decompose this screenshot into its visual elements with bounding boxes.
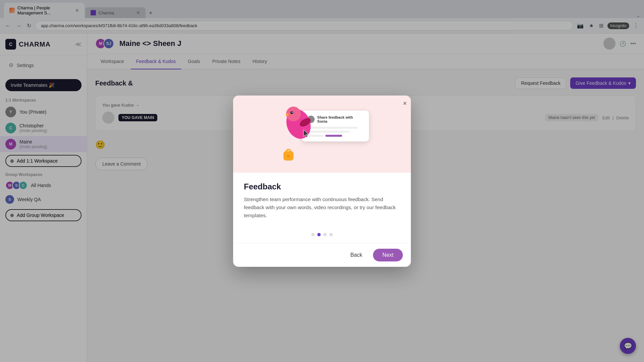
dot-1[interactable] bbox=[311, 233, 315, 236]
modal-title: Feedback bbox=[244, 182, 400, 191]
modal-illustration: Share feedback with Sonia bbox=[268, 101, 376, 168]
next-button[interactable]: Next bbox=[373, 249, 403, 261]
modal-body: Feedback Strengthen team performance wit… bbox=[233, 173, 411, 226]
svg-marker-8 bbox=[304, 130, 309, 137]
back-button[interactable]: Back bbox=[345, 249, 368, 261]
modal-close-button[interactable]: × bbox=[403, 100, 407, 107]
bag-illustration bbox=[280, 146, 297, 164]
card-highlight-row bbox=[307, 135, 364, 137]
svg-point-5 bbox=[292, 112, 293, 113]
modal-description: Strengthen team performance with continu… bbox=[244, 195, 400, 220]
cursor-illustration bbox=[302, 129, 312, 140]
card-highlight bbox=[325, 135, 342, 137]
modal-illustration-area: × bbox=[233, 96, 411, 173]
svg-point-7 bbox=[287, 155, 290, 158]
modal-footer: Back Next bbox=[233, 243, 411, 267]
dot-4[interactable] bbox=[329, 233, 333, 236]
dot-3[interactable] bbox=[323, 233, 327, 236]
card-header: Share feedback with Sonia bbox=[307, 115, 364, 123]
card-title: Share feedback with Sonia bbox=[317, 115, 364, 123]
dot-2[interactable] bbox=[317, 233, 321, 236]
modal-overlay: × bbox=[0, 0, 644, 362]
modal-dots bbox=[233, 226, 411, 243]
feedback-modal: × bbox=[233, 96, 411, 267]
